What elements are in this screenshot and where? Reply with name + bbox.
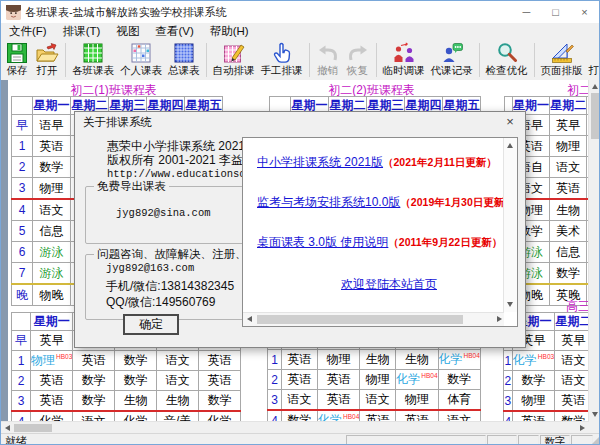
subject-cell[interactable]: 英语 — [199, 371, 241, 391]
subject-cell[interactable]: 生物 — [396, 350, 438, 370]
subject-cell[interactable]: 化学HB04 — [318, 410, 360, 421]
subject-cell[interactable]: 化学 — [115, 411, 157, 421]
subject-cell[interactable]: 物理 — [550, 136, 587, 157]
subject-cell[interactable]: 英语 — [550, 178, 587, 200]
subject-cell[interactable]: 信息 — [33, 221, 71, 242]
subject-cell[interactable]: 英早 — [550, 115, 587, 136]
subject-cell[interactable]: 英语 — [555, 391, 593, 412]
toolbar-auto-schedule-button[interactable]: 自动排课 — [210, 41, 258, 78]
subject-cell[interactable]: 英语 — [512, 411, 554, 421]
subject-cell[interactable]: 数学 — [73, 391, 115, 412]
toolbar-print-preview-button[interactable]: 打印预览 — [586, 41, 600, 78]
toolbar-check-optimize-button[interactable]: 检查优化 — [483, 41, 531, 78]
subject-cell[interactable]: 化学HB04 — [438, 350, 480, 370]
subject-cell[interactable]: 英语 — [33, 136, 71, 157]
toolbar-page-layout-button[interactable]: 页面排版 — [538, 41, 586, 78]
scroll-down-icon[interactable] — [592, 412, 598, 417]
panel-scroll-right-icon[interactable] — [497, 316, 502, 322]
subject-cell[interactable]: 音/美 — [157, 411, 199, 421]
subject-cell[interactable]: 语文 — [157, 371, 199, 391]
day-header-cell[interactable]: 星期一 — [33, 97, 71, 115]
link-exam-system[interactable]: 监考与考场安排系统10.0版 — [257, 195, 400, 209]
subject-cell[interactable]: 英语 — [31, 391, 73, 412]
link-desktop-timetable[interactable]: 桌面课表 3.0版 使用说明 — [257, 235, 388, 249]
panel-horizontal-thumb[interactable] — [257, 315, 463, 324]
subject-cell[interactable]: 生物 — [115, 391, 157, 412]
subject-cell[interactable]: 英语 — [396, 410, 438, 421]
subject-cell[interactable]: 英语 — [282, 350, 318, 370]
subject-cell[interactable]: 数学 — [115, 371, 157, 391]
link-scheduling-system[interactable]: 中小学排课系统 2021版 — [257, 155, 383, 169]
day-header-cell[interactable]: 星期二 — [550, 97, 587, 115]
toolbar-temp-adjust-button[interactable]: 临时调课 — [380, 41, 428, 78]
resize-grip[interactable] — [590, 435, 600, 445]
panel-vertical-scrollbar[interactable] — [503, 138, 517, 312]
toolbar-substitute-record-button[interactable]: 代课记录 — [428, 41, 476, 78]
subject-cell[interactable]: 游泳 — [33, 242, 71, 263]
subject-cell[interactable]: 游泳 — [33, 263, 71, 285]
close-button[interactable]: × — [570, 1, 599, 23]
ok-button[interactable]: 确定 — [123, 314, 179, 335]
scroll-left-icon[interactable] — [5, 425, 10, 431]
subject-cell[interactable]: 信息 — [550, 242, 587, 263]
subject-cell[interactable]: 物理 — [318, 350, 360, 370]
scroll-up-icon[interactable] — [592, 84, 598, 89]
day-header-cell[interactable]: 星期一 — [31, 313, 73, 331]
subject-cell[interactable]: 英语 — [282, 370, 318, 390]
panel-scroll-up-icon[interactable] — [507, 143, 513, 148]
subject-cell[interactable]: 英语 — [31, 371, 73, 391]
subject-cell[interactable]: 生物 — [550, 199, 587, 221]
subject-cell[interactable]: 化学 — [31, 411, 73, 421]
subject-cell[interactable]: 语文 — [282, 390, 318, 411]
toolbar-redo-button[interactable]: 恢复 — [343, 41, 373, 78]
subject-cell[interactable]: 英语 — [199, 351, 241, 371]
vertical-scrollbar-thumb[interactable] — [591, 93, 599, 139]
subject-cell[interactable]: 化学 — [199, 411, 241, 421]
link-homepage[interactable]: 欢迎登陆本站首页 — [341, 277, 437, 291]
toolbar-undo-button[interactable]: 撤销 — [313, 41, 343, 78]
subject-cell[interactable]: 英语 — [318, 390, 360, 411]
subject-cell[interactable]: 数学 — [438, 370, 480, 390]
subject-cell[interactable]: 生物 — [360, 350, 396, 370]
subject-cell[interactable]: 英语 — [318, 370, 360, 390]
subject-cell[interactable]: 物理 — [33, 178, 71, 200]
subject-cell[interactable]: 物理 — [512, 391, 554, 412]
subject-cell[interactable]: 体育 — [438, 390, 480, 411]
menu-schedule[interactable]: 排课(T) — [55, 24, 109, 39]
vertical-scrollbar[interactable] — [588, 80, 600, 421]
toolbar-manual-schedule-button[interactable]: 手工排课 — [258, 41, 306, 78]
panel-horizontal-scrollbar[interactable] — [243, 312, 504, 326]
subject-cell[interactable]: 数学 — [555, 411, 593, 421]
subject-cell[interactable]: 数学 — [512, 371, 554, 391]
subject-cell[interactable]: 数学 — [33, 157, 71, 178]
subject-cell[interactable]: 化学HB03 — [512, 351, 554, 371]
menu-file[interactable]: 文件(F) — [1, 24, 55, 39]
toolbar-class-tables-button[interactable]: 各班课表 — [69, 41, 117, 78]
subject-cell[interactable]: 数学 — [550, 263, 587, 285]
subject-cell[interactable]: 语文 — [555, 371, 593, 391]
menu-view[interactable]: 视图 — [108, 24, 147, 39]
subject-cell[interactable]: 英语 — [73, 351, 115, 371]
toolbar-personal-tables-button[interactable]: 个人课表 — [117, 41, 165, 78]
subject-cell[interactable]: 英早 — [31, 331, 73, 351]
subject-cell[interactable]: 语文 — [438, 410, 480, 421]
dialog-close-icon[interactable]: × — [498, 113, 522, 130]
maximize-button[interactable]: □ — [541, 1, 570, 23]
subject-cell[interactable]: 语文 — [555, 351, 593, 371]
subject-cell[interactable]: 语文 — [157, 351, 199, 371]
subject-cell[interactable]: 语文 — [360, 390, 396, 411]
subject-cell[interactable]: 物理HB03 — [31, 351, 73, 371]
subject-cell[interactable]: 数学 — [115, 351, 157, 371]
subject-cell[interactable]: 语文 — [33, 199, 71, 221]
toolbar-save-button[interactable]: 保存 — [2, 41, 32, 78]
panel-scroll-left-icon[interactable] — [247, 316, 252, 322]
subject-cell[interactable]: 数学 — [73, 371, 115, 391]
subject-cell[interactable]: 语文 — [550, 157, 587, 178]
subject-cell[interactable]: 语文 — [73, 411, 115, 421]
menu-look[interactable]: 查看(V) — [147, 24, 201, 39]
subject-cell[interactable]: 物理 — [360, 370, 396, 390]
subject-cell[interactable]: 美术 — [550, 221, 587, 242]
panel-scroll-down-icon[interactable] — [507, 302, 513, 307]
menu-help[interactable]: 帮助(H) — [202, 24, 257, 39]
toolbar-master-table-button[interactable]: 总课表 — [165, 41, 203, 78]
